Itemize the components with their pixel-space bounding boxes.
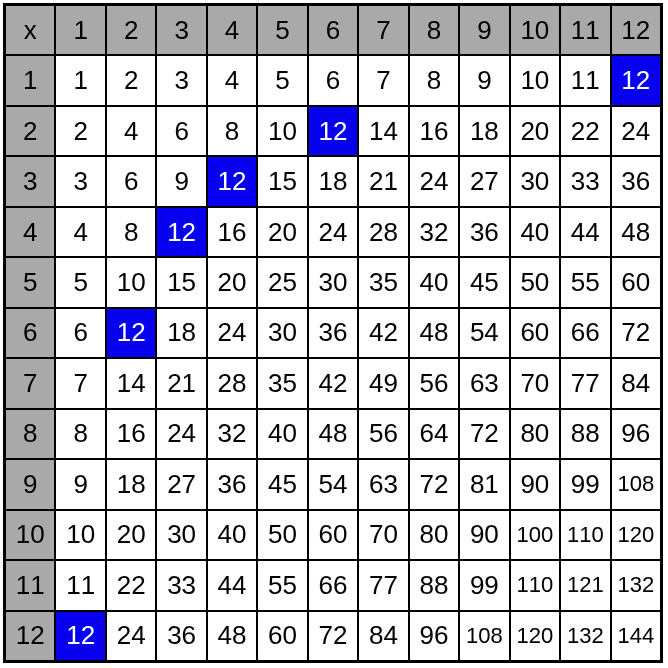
table-cell: 72 (611, 308, 661, 358)
table-cell: 8 (55, 409, 105, 459)
col-header: 2 (106, 5, 156, 55)
table-cell: 90 (510, 459, 560, 509)
table-cell: 121 (560, 560, 610, 610)
table-cell: 50 (510, 257, 560, 307)
row-header: 9 (5, 459, 55, 509)
table-cell: 7 (358, 55, 408, 105)
table-cell: 20 (257, 207, 307, 257)
table-cell: 77 (560, 358, 610, 408)
table-cell: 6 (156, 106, 206, 156)
table-cell: 5 (55, 257, 105, 307)
table-cell: 60 (257, 611, 307, 661)
corner-cell: x (5, 5, 55, 55)
table-cell-highlighted: 12 (611, 55, 661, 105)
table-cell: 100 (510, 510, 560, 560)
table-cell: 14 (106, 358, 156, 408)
table-cell: 132 (611, 560, 661, 610)
row-header: 3 (5, 156, 55, 206)
col-header: 5 (257, 5, 307, 55)
table-cell: 33 (560, 156, 610, 206)
table-cell: 120 (510, 611, 560, 661)
table-cell: 24 (156, 409, 206, 459)
table-cell: 6 (106, 156, 156, 206)
table-cell: 28 (358, 207, 408, 257)
table-cell: 60 (611, 257, 661, 307)
table-cell: 35 (358, 257, 408, 307)
table-cell: 36 (207, 459, 257, 509)
row-header: 10 (5, 510, 55, 560)
table-cell: 40 (207, 510, 257, 560)
row-header: 8 (5, 409, 55, 459)
table-cell: 9 (55, 459, 105, 509)
table-cell: 132 (560, 611, 610, 661)
table-cell: 81 (459, 459, 509, 509)
table-cell: 96 (409, 611, 459, 661)
table-cell: 84 (358, 611, 408, 661)
table-cell: 36 (156, 611, 206, 661)
table-cell: 10 (257, 106, 307, 156)
col-header: 1 (55, 5, 105, 55)
table-cell: 11 (560, 55, 610, 105)
col-header: 7 (358, 5, 408, 55)
table-cell: 25 (257, 257, 307, 307)
table-cell: 90 (459, 510, 509, 560)
table-cell: 24 (308, 207, 358, 257)
table-cell: 3 (55, 156, 105, 206)
table-cell: 24 (106, 611, 156, 661)
table-cell: 16 (207, 207, 257, 257)
table-cell: 24 (409, 156, 459, 206)
table-cell-highlighted: 12 (156, 207, 206, 257)
table-cell: 54 (459, 308, 509, 358)
table-cell: 49 (358, 358, 408, 408)
table-cell: 18 (156, 308, 206, 358)
table-cell: 6 (55, 308, 105, 358)
table-cell: 28 (207, 358, 257, 408)
table-cell: 108 (459, 611, 509, 661)
table-cell: 10 (106, 257, 156, 307)
table-cell: 24 (207, 308, 257, 358)
table-cell: 42 (358, 308, 408, 358)
table-cell: 110 (510, 560, 560, 610)
table-cell-highlighted: 12 (55, 611, 105, 661)
col-header: 11 (560, 5, 610, 55)
table-cell: 11 (55, 560, 105, 610)
table-cell: 20 (207, 257, 257, 307)
table-cell: 56 (409, 358, 459, 408)
table-cell: 66 (560, 308, 610, 358)
col-header: 12 (611, 5, 661, 55)
table-cell: 40 (409, 257, 459, 307)
table-cell: 10 (510, 55, 560, 105)
row-header: 7 (5, 358, 55, 408)
table-cell: 4 (207, 55, 257, 105)
table-cell: 70 (510, 358, 560, 408)
table-cell: 45 (257, 459, 307, 509)
table-cell: 6 (308, 55, 358, 105)
table-cell: 20 (106, 510, 156, 560)
table-cell: 15 (156, 257, 206, 307)
table-cell: 3 (156, 55, 206, 105)
table-cell: 45 (459, 257, 509, 307)
table-cell: 40 (257, 409, 307, 459)
table-cell: 36 (459, 207, 509, 257)
table-cell: 32 (409, 207, 459, 257)
table-cell: 44 (560, 207, 610, 257)
table-cell: 30 (156, 510, 206, 560)
table-cell: 9 (156, 156, 206, 206)
table-cell: 63 (358, 459, 408, 509)
table-cell: 80 (510, 409, 560, 459)
table-cell: 30 (308, 257, 358, 307)
table-cell: 32 (207, 409, 257, 459)
table-cell: 18 (308, 156, 358, 206)
table-cell: 48 (409, 308, 459, 358)
table-cell: 22 (106, 560, 156, 610)
table-cell: 2 (106, 55, 156, 105)
table-cell: 110 (560, 510, 610, 560)
table-cell: 7 (55, 358, 105, 408)
table-cell: 2 (55, 106, 105, 156)
table-cell: 54 (308, 459, 358, 509)
table-cell: 63 (459, 358, 509, 408)
table-cell: 40 (510, 207, 560, 257)
row-header: 4 (5, 207, 55, 257)
table-cell: 16 (409, 106, 459, 156)
row-header: 11 (5, 560, 55, 610)
